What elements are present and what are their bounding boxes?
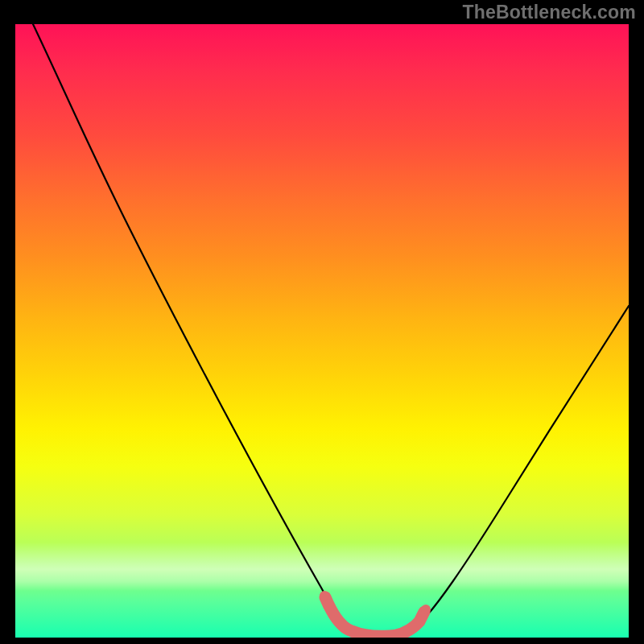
optimal-marker-end-left	[320, 591, 329, 601]
chart-frame: TheBottleneck.com	[0, 0, 644, 644]
optimal-marker-end-right	[421, 605, 431, 614]
optimal-marker	[325, 597, 424, 636]
curve-layer	[15, 24, 629, 638]
bottleneck-curve	[33, 24, 629, 634]
plot-area	[15, 24, 629, 638]
watermark-text: TheBottleneck.com	[462, 2, 636, 23]
